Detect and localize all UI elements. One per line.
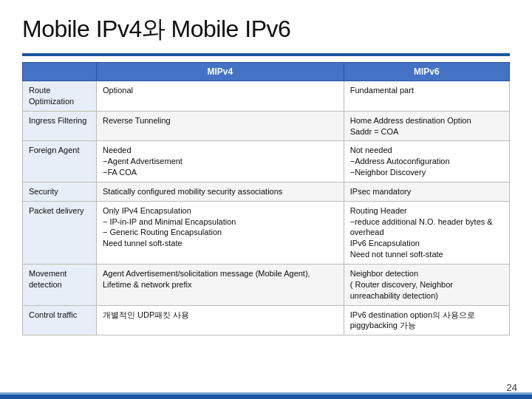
comparison-table: MIPv4 MIPv6 Route OptimizationOptionalFu… (22, 62, 510, 335)
cell-feature: Ingress Filtering (23, 111, 97, 141)
table-row: Movement detectionAgent Advertisement/so… (23, 264, 510, 305)
table-row: Route OptimizationOptionalFundamental pa… (23, 81, 510, 112)
cell-mipv6: Routing Header −reduce additional N.O. h… (344, 201, 509, 264)
cell-mipv6: Home Address destination Option Saddr = … (344, 111, 509, 141)
cell-feature: Foreign Agent (23, 141, 97, 183)
header-feature (23, 63, 97, 81)
cell-mipv6: Not needed −Address Autoconfiguration −N… (344, 141, 509, 183)
cell-mipv6: Fundamental part (344, 81, 509, 112)
cell-mipv4: Optional (97, 81, 344, 112)
cell-mipv4: Only IPv4 Encapsulation − IP-in-IP and M… (97, 201, 344, 264)
table-container: MIPv4 MIPv6 Route OptimizationOptionalFu… (22, 62, 510, 335)
cell-feature: Packet delivery (23, 201, 97, 264)
cell-mipv6: IPsec mandatory (344, 182, 509, 201)
cell-feature: Control traffic (23, 305, 97, 335)
cell-mipv4: Agent Advertisement/solicitation message… (97, 264, 344, 305)
cell-feature: Security (23, 182, 97, 201)
table-row: SecurityStatically configured mobility s… (23, 182, 510, 201)
cell-mipv4: Needed −Agent Advertisement −FA COA (97, 141, 344, 183)
slide-title: Mobile IPv4와 Mobile IPv6 (0, 0, 532, 53)
cell-mipv4: Statically configured mobility security … (97, 182, 344, 201)
cell-mipv6: IPv6 destination option의 사용으로 piggybacki… (344, 305, 509, 335)
table-row: Ingress FilteringReverse TunnelingHome A… (23, 111, 510, 141)
table-header-row: MIPv4 MIPv6 (23, 63, 510, 81)
top-divider (22, 53, 510, 56)
bottom-bar (0, 395, 532, 399)
header-mipv6: MIPv6 (344, 63, 509, 81)
cell-mipv4: 개별적인 UDP패킷 사용 (97, 305, 344, 335)
table-row: Control traffic개별적인 UDP패킷 사용IPv6 destina… (23, 305, 510, 335)
cell-feature: Route Optimization (23, 81, 97, 112)
cell-mipv6: Neighbor detection ( Router discovery, N… (344, 264, 509, 305)
table-row: Packet deliveryOnly IPv4 Encapsulation −… (23, 201, 510, 264)
page-number: 24 (507, 382, 517, 393)
cell-feature: Movement detection (23, 264, 97, 305)
slide: Mobile IPv4와 Mobile IPv6 MIPv4 MIPv6 Rou… (0, 0, 532, 399)
cell-mipv4: Reverse Tunneling (97, 111, 344, 141)
header-mipv4: MIPv4 (97, 63, 344, 81)
table-row: Foreign AgentNeeded −Agent Advertisement… (23, 141, 510, 183)
